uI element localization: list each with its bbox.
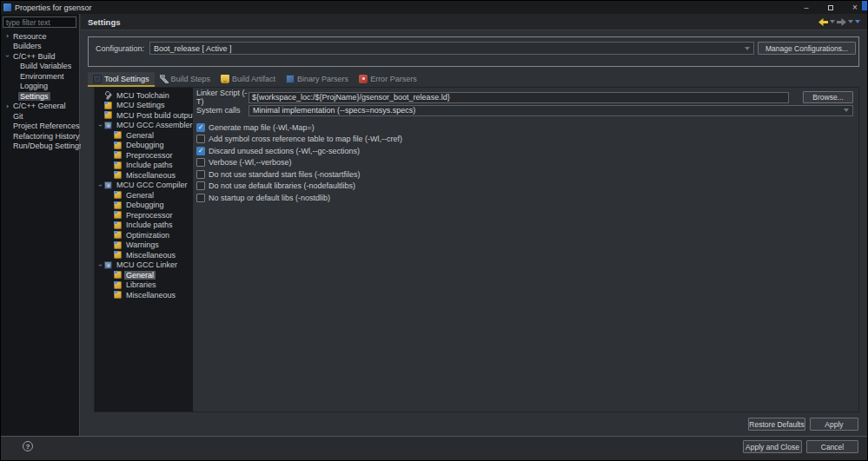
- chevron-down-icon[interactable]: ›: [96, 261, 104, 269]
- tool-tree-item-general[interactable]: General: [95, 130, 193, 141]
- tool-tree-item-mcu-toolchain[interactable]: MCU Toolchain: [95, 90, 193, 101]
- screen-edge-artifact: [862, 1, 867, 10]
- tab-binary-parsers[interactable]: Binary Parsers: [281, 72, 354, 87]
- linker-script-input[interactable]: [248, 92, 789, 103]
- filter-input[interactable]: [3, 16, 76, 28]
- sidebar-item-logging[interactable]: Logging: [1, 82, 79, 92]
- tool-tree-item-mcu-gcc-linker[interactable]: ›MCU GCC Linker: [95, 260, 193, 271]
- sidebar-item-resource[interactable]: ›Resource: [1, 31, 79, 42]
- tool-tree-item-miscellaneous[interactable]: Miscellaneous: [95, 290, 193, 300]
- checkbox-row-discard-unused-sections-wl-gc-[interactable]: ✓Discard unused sections (-Wl,--gc-secti…: [196, 145, 853, 157]
- forward-history-dropdown-icon[interactable]: [848, 20, 853, 23]
- checkbox-unchecked-icon[interactable]: [196, 158, 205, 167]
- sidebar-item-label: C/C++ Build: [11, 52, 57, 61]
- sidebar-item-label: Project References: [11, 122, 82, 130]
- tab-tool-settings[interactable]: Tool Settings: [88, 72, 155, 87]
- package-icon: [104, 111, 112, 119]
- forward-arrow-icon[interactable]: [837, 18, 846, 26]
- tool-tree-item-mcu-gcc-assembler[interactable]: ›MCU GCC Assembler: [95, 121, 193, 131]
- chevron-right-icon[interactable]: ›: [3, 32, 11, 40]
- checkbox-checked-icon[interactable]: ✓: [196, 123, 205, 132]
- package-icon: [114, 291, 122, 299]
- tool-tree-item-debugging[interactable]: Debugging: [95, 201, 193, 211]
- sidebar-item-label: Build Variables: [18, 62, 73, 70]
- tool-tree-item-preprocessor[interactable]: Preprocessor: [95, 210, 193, 221]
- checkbox-checked-icon[interactable]: ✓: [196, 147, 205, 155]
- chevron-down-icon[interactable]: ›: [96, 181, 104, 189]
- checkbox-unchecked-icon[interactable]: [196, 194, 205, 202]
- sidebar-item-project-references[interactable]: Project References: [1, 122, 79, 132]
- sidebar-item-c-c-build[interactable]: ›C/C++ Build: [1, 51, 79, 62]
- tool-tree-item-label: Debugging: [124, 201, 166, 209]
- checkbox-row-do-not-use-default-libraries-n[interactable]: Do not use default libraries (-nodefault…: [196, 181, 853, 193]
- package-icon: [114, 161, 122, 169]
- tab-build-steps[interactable]: Build Steps: [155, 72, 216, 87]
- package-icon: [114, 281, 122, 289]
- checkbox-unchecked-icon[interactable]: [196, 170, 205, 179]
- sidebar-item-label: Settings: [18, 92, 50, 101]
- tab-label: Build Artifact: [232, 75, 275, 83]
- sidebar-item-c-c-general[interactable]: ›C/C++ General: [1, 102, 79, 112]
- back-history-dropdown-icon[interactable]: [830, 20, 835, 23]
- chevron-down-icon: [844, 109, 849, 112]
- tool-tree-item-mcu-settings[interactable]: MCU Settings: [95, 101, 193, 111]
- tool-tree-item-optimization[interactable]: Optimization: [95, 230, 193, 240]
- sidebar-item-environment[interactable]: Environment: [1, 71, 79, 82]
- package-icon: [114, 191, 122, 199]
- chevron-down-icon[interactable]: ›: [3, 52, 11, 60]
- package-icon: [114, 271, 122, 279]
- checkbox-unchecked-icon[interactable]: [196, 181, 205, 190]
- tool-tree-item-mcu-gcc-compiler[interactable]: ›MCU GCC Compiler: [95, 181, 193, 191]
- tool-tree-item-miscellaneous[interactable]: Miscellaneous: [95, 170, 193, 181]
- configuration-select[interactable]: Boot_release [ Active ]: [149, 42, 754, 55]
- sidebar-item-builders[interactable]: Builders: [1, 42, 79, 52]
- sidebar-item-settings[interactable]: Settings: [1, 91, 79, 102]
- package-icon: [114, 131, 122, 139]
- checkbox-row-verbose-wl-verbose[interactable]: Verbose (-Wl,--verbose): [196, 157, 853, 169]
- minimize-button-icon[interactable]: –: [794, 1, 818, 14]
- tab-build-artifact[interactable]: Build Artifact: [215, 72, 281, 87]
- tool-tree-item-general[interactable]: General: [95, 270, 193, 280]
- browse-button[interactable]: Browse...: [803, 91, 853, 103]
- back-arrow-icon[interactable]: [818, 18, 828, 26]
- maximize-button-icon[interactable]: [818, 1, 843, 14]
- chevron-down-icon[interactable]: ›: [96, 122, 104, 129]
- chevron-right-icon[interactable]: ›: [3, 102, 11, 110]
- package-icon: [114, 221, 122, 229]
- restore-defaults-button[interactable]: Restore Defaults: [748, 418, 805, 431]
- tool-tree-item-include-paths[interactable]: Include paths: [95, 161, 193, 171]
- tool-tree-item-general[interactable]: General: [95, 190, 193, 201]
- tool-tree-item-libraries[interactable]: Libraries: [95, 280, 193, 291]
- tab-error-parsers[interactable]: Error Parsers: [354, 72, 422, 87]
- tool-tree-item-label: MCU Toolchain: [115, 91, 171, 100]
- manage-configurations-button[interactable]: Manage Configurations...: [758, 42, 856, 55]
- sidebar-item-build-variables[interactable]: Build Variables: [1, 62, 79, 72]
- system-calls-select[interactable]: Minimal implementation (--specs=nosys.sp…: [248, 105, 853, 116]
- checkbox-unchecked-icon[interactable]: [196, 135, 205, 143]
- sidebar-item-run-debug-settings[interactable]: Run/Debug Settings: [1, 142, 79, 152]
- sidebar-item-label: Environment: [18, 72, 66, 81]
- checkbox-row-no-startup-or-default-libs-nos[interactable]: No startup or default libs (-nostdlib): [196, 192, 853, 204]
- tool-tree-item-include-paths[interactable]: Include paths: [95, 221, 193, 231]
- apply-and-close-button[interactable]: Apply and Close: [743, 440, 802, 453]
- checkbox-row-add-symbol-cross-reference-tab[interactable]: Add symbol cross reference table to map …: [196, 134, 853, 146]
- view-menu-icon[interactable]: [855, 20, 860, 23]
- cancel-button[interactable]: Cancel: [806, 440, 858, 453]
- tool-tree-item-preprocessor[interactable]: Preprocessor: [95, 150, 193, 161]
- tool-tree-item-label: General: [124, 131, 156, 140]
- apply-button[interactable]: Apply: [810, 418, 858, 431]
- checkbox-row-do-not-use-standard-start-file[interactable]: Do not use standard start files (-nostar…: [196, 168, 853, 181]
- tool-settings-tree: MCU ToolchainMCU SettingsMCU Post build …: [95, 88, 193, 412]
- tool-tree-item-warnings[interactable]: Warnings: [95, 240, 193, 251]
- checkbox-row-generate-map-file-wl-map[interactable]: ✓Generate map file (-Wl,-Map=): [196, 122, 853, 134]
- sidebar-item-refactoring-history[interactable]: Refactoring History: [1, 131, 79, 142]
- package-icon: [114, 142, 122, 149]
- tool-tree-item-label: Optimization: [124, 231, 171, 240]
- sidebar-item-git[interactable]: Git: [1, 111, 79, 122]
- help-icon[interactable]: ?: [23, 441, 33, 451]
- tool-tree-item-miscellaneous[interactable]: Miscellaneous: [95, 250, 193, 260]
- package-icon: [114, 151, 122, 159]
- tool-tree-item-mcu-post-build-outputs[interactable]: MCU Post build outputs: [95, 110, 193, 121]
- settings-content: Configuration: Boot_release [ Active ] M…: [81, 30, 867, 436]
- tool-tree-item-debugging[interactable]: Debugging: [95, 141, 193, 151]
